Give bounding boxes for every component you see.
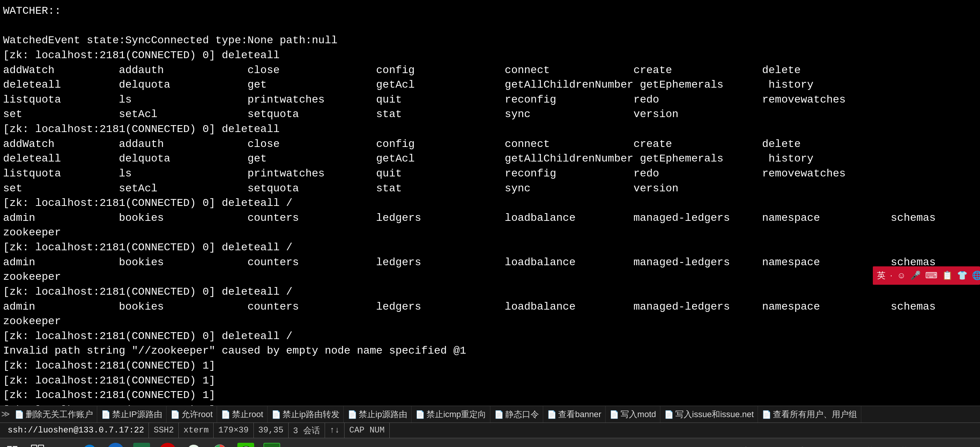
ssh-term: xterm bbox=[179, 423, 214, 438]
sougou-input-bar: 英 · ☺ 🎤 ⌨ 📋 👕 🌐 bbox=[873, 266, 980, 285]
sougou-dot: · bbox=[889, 270, 893, 281]
script-btn-11[interactable]: 📄 查看所有用户、用户组 bbox=[758, 406, 861, 423]
script-icon-9: 📄 bbox=[609, 410, 619, 419]
sougou-shirt[interactable]: 👕 bbox=[956, 270, 969, 281]
svg-rect-4 bbox=[31, 445, 37, 447]
script-btn-10[interactable]: 📄 写入issue和issue.net bbox=[660, 406, 758, 423]
svg-point-11 bbox=[83, 445, 96, 447]
script-bar: ≫ 📄 删除无关工作账户 📄 禁止IP源路由 📄 允许root 📄 禁止root… bbox=[0, 406, 980, 423]
script-icon-1: 📄 bbox=[101, 410, 111, 419]
file-explorer-button[interactable] bbox=[51, 438, 77, 447]
taskbar: e X S bbox=[0, 438, 980, 447]
taskbar-tray: 🌤 18°C 晴朗 bbox=[700, 438, 980, 447]
ssh-app-button[interactable]: >_ bbox=[259, 438, 285, 447]
script-btn-8[interactable]: 📄 查看banner bbox=[543, 406, 606, 423]
script-btn-3[interactable]: 📄 禁止root bbox=[217, 406, 268, 423]
script-icon-8: 📄 bbox=[547, 410, 557, 419]
script-icon-5: 📄 bbox=[348, 410, 357, 419]
terminal-output: WATCHER:: WatchedEvent state:SyncConnect… bbox=[3, 4, 977, 406]
caps-num: CAP NUM bbox=[345, 423, 389, 438]
svg-rect-5 bbox=[38, 445, 44, 447]
wechat-button[interactable]: 💬 bbox=[233, 438, 259, 447]
sougou-globe[interactable]: 🌐 bbox=[971, 270, 980, 281]
weather-display[interactable]: 🌤 18°C 晴朗 bbox=[700, 438, 756, 447]
script-icon-6: 📄 bbox=[415, 410, 425, 419]
start-button[interactable] bbox=[0, 438, 24, 447]
script-btn-7[interactable]: 📄 静态口令 bbox=[490, 406, 543, 423]
app6-button[interactable]: S bbox=[155, 438, 181, 447]
taskview-button[interactable] bbox=[24, 438, 51, 447]
cursor-pos: 39,35 bbox=[254, 423, 289, 438]
sougou-clipboard[interactable]: 📋 bbox=[941, 270, 954, 281]
script-btn-5[interactable]: 📄 禁止ip源路由 bbox=[344, 406, 412, 423]
lang-icon[interactable]: 英 bbox=[897, 438, 913, 447]
sougou-mic[interactable]: 🎤 bbox=[909, 270, 922, 281]
expand-arrow[interactable]: ≫ bbox=[0, 406, 11, 423]
volume-icon[interactable] bbox=[830, 438, 848, 447]
script-icon-7: 📄 bbox=[494, 410, 504, 419]
tray-expand-icon[interactable] bbox=[913, 438, 928, 447]
script-btn-6[interactable]: 📄 禁止icmp重定向 bbox=[412, 406, 490, 423]
terminal-window[interactable]: WATCHER:: WatchedEvent state:SyncConnect… bbox=[0, 0, 980, 406]
script-icon-2: 📄 bbox=[170, 410, 180, 419]
mic-icon[interactable] bbox=[775, 438, 793, 447]
script-icon-4: 📄 bbox=[271, 410, 281, 419]
input-method-icon[interactable]: 英 bbox=[862, 438, 878, 447]
taskbar-clock[interactable]: 11:10 bbox=[928, 438, 962, 447]
taskbar-apps: e X S bbox=[24, 438, 700, 447]
sougou-emoji[interactable]: ☺ bbox=[896, 270, 906, 281]
ssh-host: ssh://luoshen@133.0.7.17:22 bbox=[3, 423, 149, 438]
lock-icon[interactable] bbox=[793, 438, 812, 447]
excel-button[interactable]: X bbox=[129, 438, 155, 447]
terminal-size: 179×39 bbox=[214, 423, 253, 438]
script-btn-1[interactable]: 📄 禁止IP源路由 bbox=[97, 406, 167, 423]
script-icon-11: 📄 bbox=[762, 410, 771, 419]
wifi-icon[interactable] bbox=[878, 438, 897, 447]
script-btn-2[interactable]: 📄 允许root bbox=[167, 406, 217, 423]
notification-icon[interactable] bbox=[962, 438, 980, 447]
network-icon[interactable] bbox=[756, 438, 775, 447]
script-btn-9[interactable]: 📄 写入motd bbox=[606, 406, 660, 423]
ssh-protocol: SSH2 bbox=[149, 423, 179, 438]
script-icon-10: 📄 bbox=[664, 410, 674, 419]
app7-button[interactable] bbox=[181, 438, 207, 447]
sougou-keyboard[interactable]: ⌨ bbox=[924, 270, 939, 281]
script-icon-3: 📄 bbox=[221, 410, 230, 419]
status-bar: ssh://luoshen@133.0.7.17:22 SSH2 xterm 1… bbox=[0, 423, 980, 438]
browser2-button[interactable]: e bbox=[103, 438, 129, 447]
storage-icon[interactable] bbox=[812, 438, 830, 447]
chrome-button[interactable] bbox=[207, 438, 233, 447]
script-icon-0: 📄 bbox=[15, 410, 24, 419]
edge-button[interactable] bbox=[77, 438, 103, 447]
script-btn-4[interactable]: 📄 禁止ip路由转发 bbox=[268, 406, 344, 423]
session-count: 3 会话 bbox=[289, 423, 325, 438]
sougou-lang[interactable]: 英 bbox=[876, 269, 887, 282]
svg-point-12 bbox=[187, 445, 200, 447]
sougou-tray-icon[interactable]: S bbox=[848, 438, 862, 447]
scroll-arrows: ↑↓ bbox=[325, 423, 345, 438]
script-btn-0[interactable]: 📄 删除无关工作账户 bbox=[11, 406, 97, 423]
